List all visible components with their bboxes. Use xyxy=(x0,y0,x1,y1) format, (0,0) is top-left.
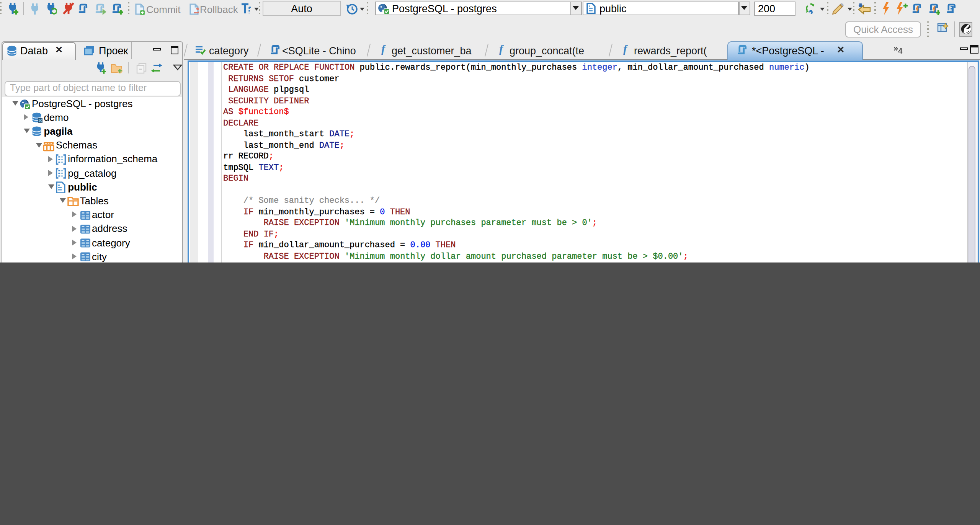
svg-text:f: f xyxy=(499,44,504,55)
svg-text:f: f xyxy=(381,44,386,55)
svg-text:f: f xyxy=(623,44,628,55)
